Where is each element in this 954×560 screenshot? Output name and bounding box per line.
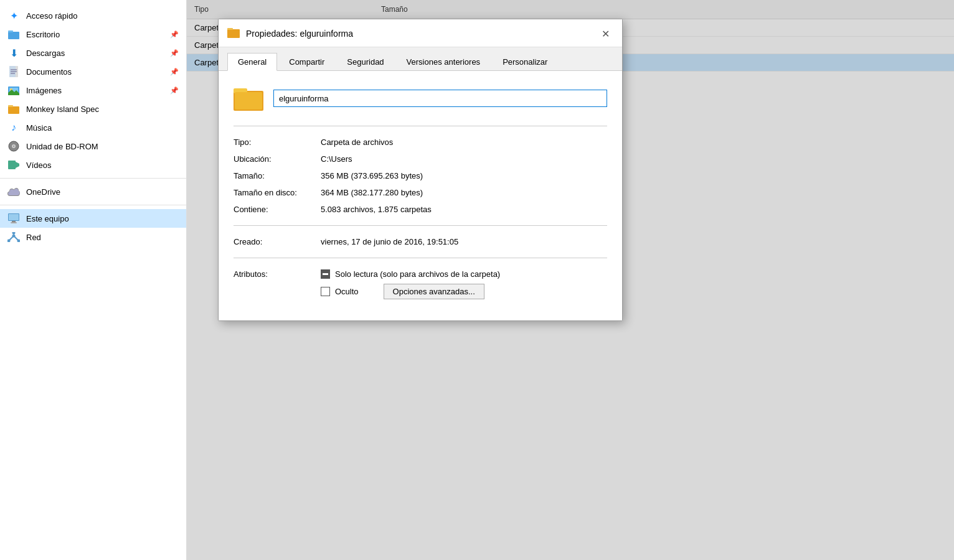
svg-rect-11 — [8, 106, 19, 114]
tab-compartir[interactable]: Compartir — [278, 53, 335, 71]
prop-creado-label: Creado: — [234, 237, 321, 246]
sidebar-item-label: Unidad de BD-ROM — [26, 142, 179, 151]
sidebar-item-label: Este equipo — [26, 214, 179, 223]
svg-rect-16 — [8, 161, 16, 169]
svg-marker-17 — [16, 162, 19, 168]
sidebar-divider — [0, 205, 186, 205]
divider — [234, 225, 607, 226]
dialog-titlebar: Propiedades: elguruinforma ✕ — [219, 19, 622, 47]
attr-readonly-label: Solo lectura (solo para archivos de la c… — [335, 269, 500, 279]
properties-dialog: Propiedades: elguruinforma ✕ General Com… — [218, 19, 623, 321]
folder-header — [234, 83, 607, 113]
svg-point-15 — [13, 146, 14, 147]
svg-rect-12 — [8, 105, 13, 107]
svg-rect-20 — [12, 221, 16, 222]
readonly-checkbox[interactable] — [321, 269, 330, 279]
main-area: Tipo Tamaño Carpeta de archivos Carpeta … — [187, 0, 954, 560]
sidebar-item-label: Red — [26, 233, 179, 242]
video-icon — [7, 159, 20, 171]
sidebar-item-musica[interactable]: ♪ Música — [0, 118, 186, 137]
prop-tipo: Tipo: Carpeta de archivos — [234, 134, 607, 151]
tab-personalizar[interactable]: Personalizar — [492, 53, 558, 71]
prop-creado: Creado: viernes, 17 de junio de 2016, 19… — [234, 233, 607, 250]
tab-versiones-anteriores[interactable]: Versiones anteriores — [396, 53, 491, 71]
prop-tamano-value: 356 MB (373.695.263 bytes) — [321, 171, 607, 180]
attributes-section: Atributos: Solo lectura (solo para archi… — [234, 266, 607, 308]
svg-rect-1 — [8, 30, 13, 32]
sidebar-item-acceso-rapido[interactable]: ✦ Acceso rápido — [0, 6, 186, 25]
dialog-close-button[interactable]: ✕ — [597, 26, 613, 42]
sidebar-item-videos[interactable]: Vídeos — [0, 156, 186, 174]
modal-overlay: Propiedades: elguruinforma ✕ General Com… — [187, 0, 954, 560]
sidebar-item-label: Documentos — [26, 67, 168, 77]
attr-hidden-label: Oculto — [335, 287, 359, 296]
sidebar-item-bd-rom[interactable]: Unidad de BD-ROM — [0, 137, 186, 156]
dialog-tabs: General Compartir Seguridad Versiones an… — [219, 47, 622, 71]
download-icon: ⬇ — [7, 47, 20, 59]
prop-ubicacion: Ubicación: C:\Users — [234, 151, 607, 167]
sidebar-item-label: Acceso rápido — [26, 11, 179, 21]
sidebar-item-label: Escritorio — [26, 30, 168, 39]
cloud-icon — [7, 185, 20, 198]
hidden-checkbox[interactable] — [321, 287, 330, 296]
sidebar: ✦ Acceso rápido Escritorio 📌 ⬇ Descargas… — [0, 0, 187, 560]
sidebar-item-este-equipo[interactable]: Este equipo — [0, 209, 186, 228]
sidebar-item-label: Descargas — [26, 49, 168, 58]
attr-hidden-checkbox-label[interactable]: Oculto — [321, 287, 359, 296]
tab-seguridad[interactable]: Seguridad — [336, 53, 394, 71]
prop-tipo-label: Tipo: — [234, 138, 321, 147]
attr-readonly-row: Solo lectura (solo para archivos de la c… — [321, 269, 607, 279]
prop-tipo-value: Carpeta de archivos — [321, 138, 607, 147]
sidebar-item-escritorio[interactable]: Escritorio 📌 — [0, 25, 186, 44]
sidebar-item-descargas[interactable]: ⬇ Descargas 📌 — [0, 44, 186, 62]
tab-general[interactable]: General — [227, 53, 277, 71]
sidebar-item-documentos[interactable]: Documentos 📌 — [0, 62, 186, 81]
sidebar-item-monkey-island[interactable]: Monkey Island Spec — [0, 100, 186, 118]
sidebar-item-label: OneDrive — [26, 187, 179, 197]
sidebar-item-onedrive[interactable]: OneDrive — [0, 182, 186, 201]
sidebar-item-imagenes[interactable]: Imágenes 📌 — [0, 81, 186, 100]
bd-rom-icon — [7, 140, 20, 152]
pin-icon: 📌 — [170, 49, 179, 57]
images-icon — [7, 84, 20, 96]
prop-contiene-label: Contiene: — [234, 205, 321, 214]
sidebar-item-label: Monkey Island Spec — [26, 105, 179, 114]
attributes-label: Atributos: — [234, 269, 321, 279]
divider — [234, 258, 607, 258]
svg-rect-28 — [227, 28, 233, 30]
prop-tamano-disco-value: 364 MB (382.177.280 bytes) — [321, 188, 607, 197]
prop-contiene-value: 5.083 archivos, 1.875 carpetas — [321, 205, 607, 214]
advanced-options-button[interactable]: Opciones avanzadas... — [384, 284, 484, 299]
attributes-options: Solo lectura (solo para archivos de la c… — [321, 269, 607, 304]
pin-icon: 📌 — [170, 86, 179, 95]
sidebar-divider — [0, 178, 186, 179]
dialog-body: Tipo: Carpeta de archivos Ubicación: C:\… — [219, 71, 622, 320]
svg-rect-0 — [8, 32, 19, 39]
sidebar-item-label: Música — [26, 123, 179, 133]
pin-icon: 📌 — [170, 30, 179, 39]
sidebar-item-label: Vídeos — [26, 161, 179, 170]
svg-rect-19 — [9, 214, 19, 220]
svg-rect-27 — [227, 29, 240, 38]
divider — [234, 126, 607, 126]
dialog-title: Propiedades: elguruinforma — [246, 29, 597, 39]
folder-large-icon — [234, 83, 263, 113]
sidebar-item-red[interactable]: Red — [0, 228, 186, 246]
svg-rect-31 — [235, 92, 262, 110]
prop-ubicacion-value: C:\Users — [321, 154, 607, 164]
prop-contiene: Contiene: 5.083 archivos, 1.875 carpetas — [234, 201, 607, 218]
attr-readonly-checkbox-label[interactable]: Solo lectura (solo para archivos de la c… — [321, 269, 500, 279]
svg-point-25 — [12, 232, 16, 235]
svg-rect-21 — [11, 222, 17, 223]
prop-tamano: Tamaño: 356 MB (373.695.263 bytes) — [234, 167, 607, 184]
folder-name-input[interactable] — [273, 90, 607, 107]
svg-rect-32 — [323, 273, 328, 275]
music-icon: ♪ — [7, 121, 20, 134]
folder-blue-icon — [7, 28, 20, 40]
star-icon: ✦ — [7, 9, 20, 22]
sidebar-item-label: Imágenes — [26, 86, 168, 95]
folder-yellow-icon — [7, 103, 20, 115]
prop-ubicacion-label: Ubicación: — [234, 154, 321, 164]
prop-creado-value: viernes, 17 de junio de 2016, 19:51:05 — [321, 237, 607, 246]
dialog-title-icon — [227, 27, 240, 41]
